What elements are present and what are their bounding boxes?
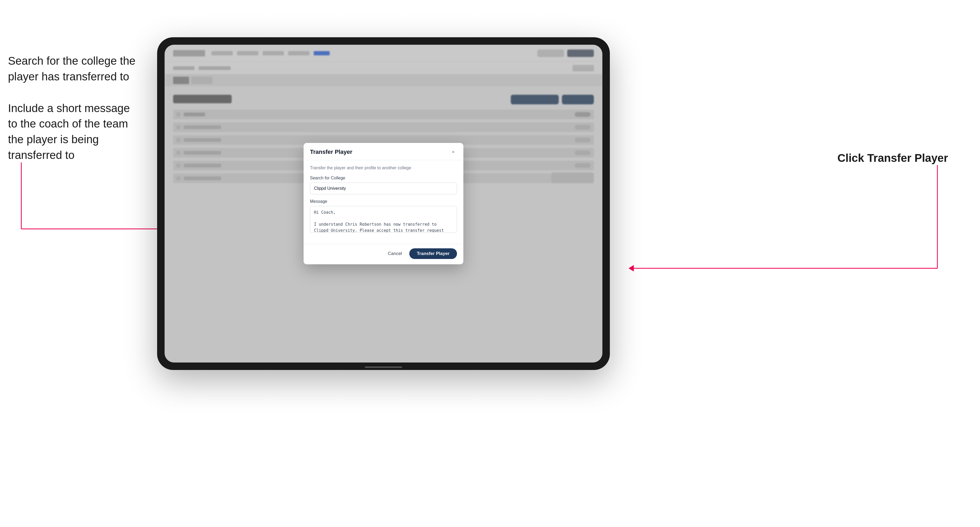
college-label: Search for College <box>310 176 457 181</box>
modal-body: Transfer the player and their profile to… <box>304 160 463 244</box>
college-field-group: Search for College <box>310 176 457 194</box>
transfer-player-button[interactable]: Transfer Player <box>409 248 457 259</box>
message-label: Message <box>310 199 457 204</box>
annotation-line-1: Search for the college the <box>8 53 135 69</box>
modal-overlay: Transfer Player × Transfer the player an… <box>165 45 602 362</box>
message-textarea[interactable]: Hi Coach, I understand Chris Robertson h… <box>310 206 457 233</box>
ipad-home-indicator <box>365 367 402 368</box>
annotation-line-4: to the coach of the team <box>8 116 135 132</box>
modal-title: Transfer Player <box>310 149 352 156</box>
transfer-player-modal: Transfer Player × Transfer the player an… <box>304 143 463 264</box>
ipad-screen: Transfer Player × Transfer the player an… <box>165 45 602 362</box>
modal-header: Transfer Player × <box>304 143 463 160</box>
right-annotation-prefix: Click <box>837 152 867 164</box>
annotation-line-6: transferred to <box>8 148 135 163</box>
annotation-line-5: the player is being <box>8 132 135 148</box>
svg-marker-7 <box>628 265 634 271</box>
close-icon: × <box>452 149 455 155</box>
college-search-input[interactable] <box>310 183 457 194</box>
ipad-device: Transfer Player × Transfer the player an… <box>157 37 610 370</box>
message-field-group: Message Hi Coach, I understand Chris Rob… <box>310 199 457 234</box>
right-annotation: Click Transfer Player <box>837 152 948 165</box>
modal-close-button[interactable]: × <box>450 148 457 156</box>
cancel-button[interactable]: Cancel <box>385 249 405 259</box>
modal-footer: Cancel Transfer Player <box>304 244 463 264</box>
annotation-line-3: Include a short message <box>8 101 135 116</box>
right-annotation-bold: Transfer Player <box>867 152 948 164</box>
annotation-line-2: player has transferred to <box>8 69 135 85</box>
left-annotation: Search for the college the player has tr… <box>8 53 135 163</box>
modal-description: Transfer the player and their profile to… <box>310 165 457 170</box>
